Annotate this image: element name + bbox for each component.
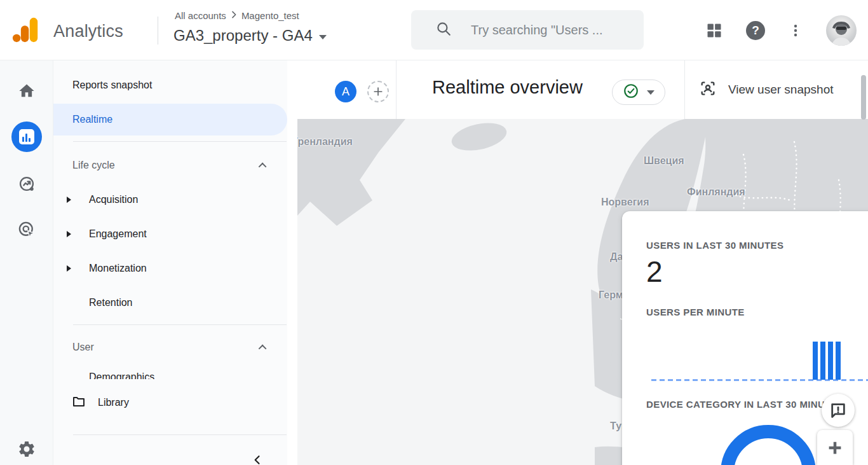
map-label: Швеция bbox=[644, 155, 684, 167]
users-per-minute-bar bbox=[828, 342, 833, 380]
avatar[interactable] bbox=[826, 15, 857, 46]
search-icon bbox=[435, 20, 452, 39]
app-bar: Analytics All accounts Magento_test GA3_… bbox=[0, 0, 868, 60]
expand-triangle-icon[interactable] bbox=[67, 265, 71, 272]
search-input[interactable] bbox=[471, 23, 630, 38]
property-name: GA3_property - GA4 bbox=[173, 27, 313, 45]
expand-triangle-icon[interactable] bbox=[67, 231, 71, 237]
bar-chart-icon bbox=[19, 129, 34, 144]
chevron-down-icon bbox=[647, 90, 654, 95]
sidebar-item-engagement[interactable]: Engagement bbox=[53, 221, 287, 247]
divider bbox=[684, 60, 685, 119]
report-toolbar: A Realtime overview Vi bbox=[287, 60, 868, 119]
section-header-life-cycle[interactable]: Life cycle bbox=[53, 154, 287, 177]
users-per-minute-label: USERS PER MINUTE bbox=[646, 307, 868, 317]
left-icon-rail bbox=[0, 60, 53, 465]
users-30min-value: 2 bbox=[646, 256, 868, 288]
sidebar-item-monetization[interactable]: Monetization bbox=[53, 256, 287, 281]
map-label: Финляндия bbox=[687, 186, 745, 198]
explore-icon[interactable] bbox=[11, 169, 42, 199]
section-header-user[interactable]: User bbox=[53, 336, 287, 359]
sidebar-item-library[interactable]: Library bbox=[53, 390, 287, 415]
sidebar-item-retention[interactable]: Retention bbox=[53, 290, 287, 316]
more-vert-icon[interactable] bbox=[788, 23, 803, 38]
sidebar-item-reports-snapshot[interactable]: Reports snapshot bbox=[53, 73, 287, 98]
report-nav-drawer: Reports snapshot Realtime Life cycle Acq… bbox=[53, 60, 287, 465]
divider bbox=[396, 60, 397, 119]
comparison-chip-all-users[interactable]: A bbox=[335, 81, 356, 102]
map-label: Гренландия bbox=[297, 136, 353, 148]
view-user-snapshot-button[interactable]: View user snapshot bbox=[699, 77, 833, 102]
breadcrumb-org[interactable]: Magento_test bbox=[241, 10, 299, 21]
chevron-down-icon bbox=[319, 35, 327, 39]
sidebar-item-acquisition[interactable]: Acquisition bbox=[53, 187, 287, 212]
feedback-button[interactable] bbox=[822, 394, 855, 427]
map-zoom-in-button[interactable] bbox=[817, 430, 853, 465]
users-30min-label: USERS IN LAST 30 MINUTES bbox=[646, 240, 868, 251]
sidebar-item-demographics-clipped[interactable]: Demographics bbox=[89, 371, 154, 379]
chevron-up-icon bbox=[259, 344, 267, 352]
divider bbox=[73, 141, 287, 142]
data-quality-pill[interactable] bbox=[612, 80, 665, 105]
breadcrumb: All accounts Magento_test bbox=[175, 10, 299, 22]
apps-grid-icon[interactable] bbox=[705, 22, 723, 39]
check-circle-icon bbox=[623, 83, 639, 102]
main-content: A Realtime overview Vi bbox=[287, 60, 868, 465]
advertising-icon[interactable] bbox=[11, 214, 42, 245]
users-per-minute-chart[interactable] bbox=[651, 340, 868, 381]
admin-gear-icon[interactable] bbox=[17, 440, 36, 461]
map-label: Норвегия bbox=[601, 197, 649, 208]
collapse-drawer-icon[interactable] bbox=[247, 452, 268, 465]
search-bar[interactable] bbox=[411, 10, 644, 50]
property-selector[interactable]: GA3_property - GA4 bbox=[173, 27, 327, 45]
google-analytics-logo-icon[interactable] bbox=[11, 15, 41, 47]
users-per-minute-bar bbox=[813, 342, 818, 380]
folder-icon bbox=[71, 394, 86, 412]
add-comparison-button[interactable] bbox=[367, 81, 389, 102]
home-icon[interactable] bbox=[11, 76, 42, 106]
divider bbox=[158, 17, 158, 45]
divider bbox=[73, 434, 287, 435]
users-per-minute-bar bbox=[836, 342, 841, 380]
reports-icon[interactable] bbox=[11, 121, 42, 152]
product-name: Analytics bbox=[53, 22, 123, 41]
expand-triangle-icon[interactable] bbox=[67, 197, 71, 203]
realtime-summary-card: USERS IN LAST 30 MINUTES 2 USERS PER MIN… bbox=[622, 211, 868, 465]
help-icon[interactable]: ? bbox=[746, 21, 765, 40]
vertical-scrollbar[interactable] bbox=[861, 75, 866, 120]
sidebar-item-realtime-active[interactable]: Realtime bbox=[53, 104, 287, 135]
user-snapshot-icon bbox=[699, 80, 717, 101]
breadcrumb-account[interactable]: All accounts bbox=[175, 10, 226, 21]
page-title: Realtime overview bbox=[432, 77, 583, 98]
chevron-right-icon bbox=[229, 10, 239, 22]
device-category-donut-chart[interactable] bbox=[721, 425, 816, 465]
users-per-minute-bar bbox=[820, 342, 825, 380]
divider bbox=[73, 324, 287, 325]
chevron-up-icon bbox=[259, 162, 267, 170]
